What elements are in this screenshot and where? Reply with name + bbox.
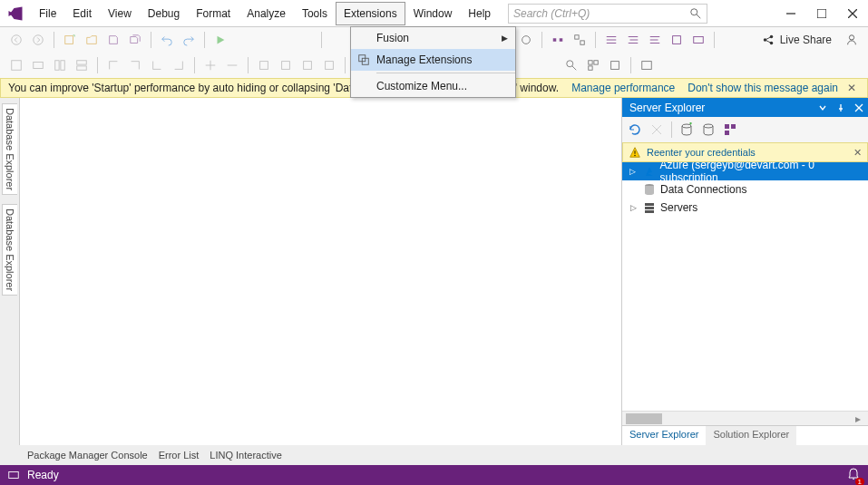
refresh-icon[interactable] <box>628 122 642 137</box>
panel-pin-button[interactable] <box>832 103 850 112</box>
svg-point-8 <box>12 35 22 45</box>
menu-format[interactable]: Format <box>188 2 239 25</box>
panel-close-button[interactable] <box>850 103 868 112</box>
start-debug-button[interactable] <box>211 31 229 49</box>
menu-tools[interactable]: Tools <box>294 2 336 25</box>
toolbar-icon[interactable] <box>689 31 707 49</box>
toolbar-icon[interactable] <box>223 56 241 74</box>
toolbar-icon[interactable] <box>201 56 219 74</box>
toolbar-icon[interactable] <box>170 56 188 74</box>
scrollbar-thumb[interactable] <box>626 413 662 424</box>
svg-rect-43 <box>304 62 312 70</box>
chevron-right-icon: ▶ <box>502 34 508 43</box>
db-icon[interactable] <box>701 122 716 137</box>
toolbar-icon[interactable] <box>298 56 317 74</box>
search-icon <box>689 7 702 20</box>
toolbar-icon[interactable] <box>606 56 624 74</box>
tab-server-explorer[interactable]: Server Explorer <box>622 426 706 445</box>
toolbar-icon[interactable] <box>638 56 656 74</box>
side-tab-db-explorer-2[interactable]: Database Explorer <box>2 204 17 296</box>
db-icon <box>642 182 657 197</box>
bottom-tool-tabs: Package Manager Console Error List LINQ … <box>0 445 868 465</box>
menu-extensions[interactable]: Extensions <box>336 2 405 25</box>
open-file-button[interactable] <box>83 31 101 49</box>
dropdown-item-customize-menu-[interactable]: Customize Menu... <box>351 75 515 97</box>
svg-rect-66 <box>645 207 654 209</box>
toolbar-icon[interactable] <box>126 56 144 74</box>
svg-point-0 <box>691 8 697 15</box>
toolbar-icon[interactable] <box>571 31 589 49</box>
panel-dropdown-button[interactable] <box>814 103 832 112</box>
svg-rect-27 <box>694 37 704 44</box>
tree-node[interactable]: ▷Servers <box>622 199 868 217</box>
reenter-credentials-link[interactable]: Reenter your credentials <box>647 147 848 158</box>
tree-node[interactable]: ▷Azure (sergeyb@devart.com - 0 subscript… <box>622 162 868 180</box>
svg-rect-44 <box>326 62 334 70</box>
tab-error-list[interactable]: Error List <box>159 450 200 461</box>
menu-window[interactable]: Window <box>405 2 461 25</box>
svg-rect-59 <box>725 124 729 129</box>
search-box[interactable]: Search (Ctrl+Q) <box>508 4 707 24</box>
manage-performance-link[interactable]: Manage performance <box>571 82 675 94</box>
minimize-button[interactable] <box>775 1 806 26</box>
tree-expander[interactable]: ▷ <box>628 167 639 176</box>
toolbar-icon[interactable] <box>602 31 620 49</box>
toolbar-icon[interactable] <box>29 56 47 74</box>
toolbar-icon[interactable] <box>277 56 295 74</box>
close-button[interactable] <box>837 1 868 26</box>
server-explorer-panel: Server Explorer Reenter your credentials… <box>621 98 868 445</box>
redo-button[interactable] <box>180 31 198 49</box>
maximize-button[interactable] <box>806 1 837 26</box>
connect-db-icon[interactable] <box>679 122 694 137</box>
notifications-button[interactable]: 1 <box>846 467 861 484</box>
menu-help[interactable]: Help <box>460 2 499 25</box>
dropdown-item-manage-extensions[interactable]: Manage Extensions <box>351 49 515 71</box>
save-button[interactable] <box>104 31 122 49</box>
toolbar-icon[interactable] <box>255 56 273 74</box>
live-share-label: Live Share <box>780 34 832 46</box>
tree-node-label: Servers <box>660 201 697 214</box>
live-share-button[interactable]: Live Share <box>762 34 832 46</box>
new-project-button[interactable] <box>61 31 79 49</box>
nav-back-button[interactable] <box>7 31 25 49</box>
save-all-button[interactable] <box>126 31 144 49</box>
toolbar-icon[interactable] <box>517 31 535 49</box>
server-explorer-tree: ▷Azure (sergeyb@devart.com - 0 subscript… <box>622 162 868 411</box>
tab-linq-interactive[interactable]: LINQ Interactive <box>210 450 281 461</box>
dropdown-item-fusion[interactable]: Fusion▶ <box>351 27 515 49</box>
menu-debug[interactable]: Debug <box>140 2 188 25</box>
tab-package-manager[interactable]: Package Manager Console <box>27 450 148 461</box>
dismiss-message-link[interactable]: Don't show this message again <box>688 82 838 94</box>
toolbar-icon[interactable] <box>73 56 91 74</box>
tree-expander[interactable]: ▷ <box>628 203 639 212</box>
toolbar-icon[interactable] <box>624 31 642 49</box>
menu-file[interactable]: File <box>31 2 64 25</box>
warning-icon <box>629 146 641 159</box>
svg-point-9 <box>34 35 44 45</box>
toolbar-icon[interactable] <box>104 56 122 74</box>
menu-view[interactable]: View <box>100 2 140 25</box>
toolbar-icon[interactable] <box>646 31 664 49</box>
panel-title: Server Explorer <box>629 102 814 114</box>
toolbar-icon[interactable] <box>549 31 567 49</box>
menu-edit[interactable]: Edit <box>64 2 100 25</box>
user-icon[interactable] <box>843 31 861 49</box>
svg-point-30 <box>769 42 773 45</box>
undo-button[interactable] <box>158 31 176 49</box>
toolbar-icon[interactable] <box>51 56 69 74</box>
services-icon[interactable] <box>723 122 737 137</box>
menu-analyze[interactable]: Analyze <box>239 2 294 25</box>
close-icon[interactable]: ✕ <box>853 147 862 159</box>
horizontal-scrollbar[interactable]: ▸ <box>622 411 868 425</box>
share-icon <box>762 34 775 46</box>
toolbar-icon[interactable] <box>584 56 602 74</box>
tab-solution-explorer[interactable]: Solution Explorer <box>706 426 796 445</box>
toolbar-icon[interactable] <box>148 56 166 74</box>
toolbar-icon[interactable] <box>562 56 580 74</box>
toolbar-icon[interactable] <box>7 56 25 74</box>
toolbar-icon[interactable] <box>320 56 338 74</box>
close-icon[interactable]: ✕ <box>847 82 860 94</box>
nav-forward-button[interactable] <box>29 31 47 49</box>
toolbar-icon[interactable] <box>668 31 686 49</box>
side-tab-db-explorer[interactable]: Database Explorer <box>2 103 17 195</box>
